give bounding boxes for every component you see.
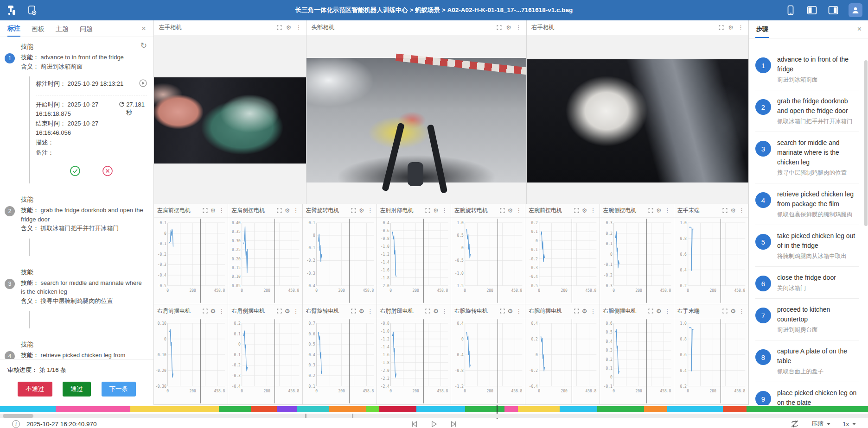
more-icon[interactable]: ⋮	[441, 207, 447, 214]
step-item-7[interactable]: 7proceed to kitchen countertop前进到厨房台面	[755, 299, 859, 340]
expand-icon[interactable]	[277, 308, 282, 314]
step-item-5[interactable]: 5take picked chicken leg out of in the f…	[755, 225, 859, 267]
device-phone-icon[interactable]	[785, 4, 797, 16]
expand-icon[interactable]	[277, 25, 282, 30]
gear-icon[interactable]: ⚙	[506, 24, 511, 31]
skill-item-1[interactable]: 1技能技能： advance to in front of the fridge…	[5, 43, 147, 183]
more-icon[interactable]: ⋮	[293, 207, 299, 214]
expand-icon[interactable]	[574, 308, 579, 314]
tab-问题[interactable]: 问题	[80, 21, 93, 36]
gear-icon[interactable]: ⚙	[359, 308, 364, 315]
user-avatar-button[interactable]	[849, 3, 862, 17]
skip-previous-button[interactable]	[410, 420, 418, 428]
expand-icon[interactable]	[719, 25, 724, 30]
more-icon[interactable]: ⋮	[441, 308, 447, 315]
more-icon[interactable]: ⋮	[738, 24, 744, 31]
gear-icon[interactable]: ⚙	[656, 308, 662, 315]
step-item-4[interactable]: 4retrieve picked chicken leg from packag…	[755, 183, 859, 225]
speed-dropdown[interactable]: 1x	[842, 421, 856, 428]
gear-icon[interactable]: ⚙	[508, 207, 513, 214]
skill-item-4[interactable]: 4技能技能： retrieve picked chicken leg from …	[5, 340, 147, 359]
gear-icon[interactable]: ⚙	[285, 207, 290, 214]
compress-dropdown[interactable]: 压缩	[811, 420, 830, 428]
svg-text:200: 200	[561, 388, 568, 393]
gear-icon[interactable]: ⚙	[730, 308, 736, 315]
steps-scrollbar-thumb[interactable]	[864, 60, 868, 226]
more-icon[interactable]: ⋮	[367, 308, 373, 315]
gear-icon[interactable]: ⚙	[286, 24, 292, 31]
expand-icon[interactable]	[277, 208, 282, 213]
expand-icon[interactable]	[425, 208, 430, 213]
step-item-2[interactable]: 2grab the fridge doorknob and open the f…	[755, 90, 859, 132]
timeline-bar[interactable]	[0, 406, 868, 412]
expand-icon[interactable]	[497, 25, 502, 30]
tab-标注[interactable]: 标注	[7, 21, 20, 37]
more-icon[interactable]: ⋮	[295, 24, 301, 31]
step-item-1[interactable]: 1advance to in front of the fridge前进到冰箱前…	[755, 49, 859, 90]
step-item-3[interactable]: 3search for middle and marinate where is…	[755, 132, 859, 183]
step-item-8[interactable]: 8capture A plate of on the table抓取台面上的盘子	[755, 340, 859, 382]
layout-left-panel-icon[interactable]	[806, 4, 818, 16]
tab-画板[interactable]: 画板	[32, 21, 45, 36]
more-icon[interactable]: ⋮	[590, 308, 596, 315]
more-icon[interactable]: ⋮	[664, 207, 670, 214]
gear-icon[interactable]: ⚙	[433, 207, 439, 214]
info-icon[interactable]: i	[12, 420, 20, 428]
close-icon[interactable]: ×	[141, 24, 146, 33]
skip-next-button[interactable]	[450, 420, 458, 428]
step-item-9[interactable]: 9place picked chicken leg on on the plat…	[755, 382, 859, 405]
gear-icon[interactable]: ⚙	[211, 308, 216, 315]
reject-button[interactable]: 不通过	[18, 382, 52, 397]
gear-icon[interactable]: ⚙	[359, 207, 364, 214]
loop-off-icon[interactable]	[790, 420, 799, 428]
timeline-scrollbar[interactable]	[0, 414, 868, 418]
expand-icon[interactable]	[574, 208, 579, 213]
gear-icon[interactable]: ⚙	[285, 308, 290, 315]
more-icon[interactable]: ⋮	[218, 207, 224, 214]
expand-icon[interactable]	[648, 308, 653, 314]
approve-button[interactable]: 通过	[63, 382, 91, 397]
gear-icon[interactable]: ⚙	[730, 207, 736, 214]
skill-item-3[interactable]: 3技能技能： search for middle and marinate wh…	[5, 268, 147, 329]
expand-icon[interactable]	[500, 208, 505, 213]
more-icon[interactable]: ⋮	[739, 207, 745, 214]
expand-icon[interactable]	[648, 208, 653, 213]
expand-icon[interactable]	[351, 308, 356, 314]
screenshot-add-icon[interactable]	[26, 4, 38, 16]
more-icon[interactable]: ⋮	[664, 308, 670, 315]
more-icon[interactable]: ⋮	[516, 308, 522, 315]
expand-icon[interactable]	[722, 308, 728, 314]
reject-cross-icon[interactable]	[102, 165, 113, 178]
timeline-scrollbar-thumb[interactable]	[3, 414, 33, 418]
tab-主题[interactable]: 主题	[56, 21, 69, 36]
expand-icon[interactable]	[425, 308, 430, 314]
gear-icon[interactable]: ⚙	[656, 207, 662, 214]
more-icon[interactable]: ⋮	[516, 24, 522, 31]
next-item-button[interactable]: 下一条	[102, 382, 136, 397]
expand-icon[interactable]	[500, 308, 505, 314]
more-icon[interactable]: ⋮	[739, 308, 745, 315]
gear-icon[interactable]: ⚙	[211, 207, 216, 214]
more-icon[interactable]: ⋮	[293, 308, 299, 315]
step-item-6[interactable]: 6close the fridge door关闭冰箱门	[755, 267, 859, 299]
more-icon[interactable]: ⋮	[218, 308, 224, 315]
more-icon[interactable]: ⋮	[367, 207, 373, 214]
approve-check-icon[interactable]	[70, 165, 81, 178]
layout-right-panel-icon[interactable]	[827, 4, 839, 16]
skill-item-2[interactable]: 2技能技能： grab the fridge doorknob and open…	[5, 195, 147, 256]
expand-icon[interactable]	[722, 208, 728, 213]
more-icon[interactable]: ⋮	[590, 207, 596, 214]
gear-icon[interactable]: ⚙	[582, 308, 587, 315]
play-button[interactable]	[430, 420, 438, 428]
expand-icon[interactable]	[203, 308, 208, 314]
expand-icon[interactable]	[203, 208, 208, 213]
play-segment-icon[interactable]	[139, 79, 147, 88]
gear-icon[interactable]: ⚙	[433, 308, 439, 315]
expand-icon[interactable]	[351, 208, 356, 213]
gear-icon[interactable]: ⚙	[728, 24, 734, 31]
gear-icon[interactable]: ⚙	[582, 207, 587, 214]
app-logo-icon[interactable]	[6, 4, 18, 16]
gear-icon[interactable]: ⚙	[508, 308, 513, 315]
more-icon[interactable]: ⋮	[516, 207, 522, 214]
close-icon[interactable]: ×	[857, 25, 862, 33]
